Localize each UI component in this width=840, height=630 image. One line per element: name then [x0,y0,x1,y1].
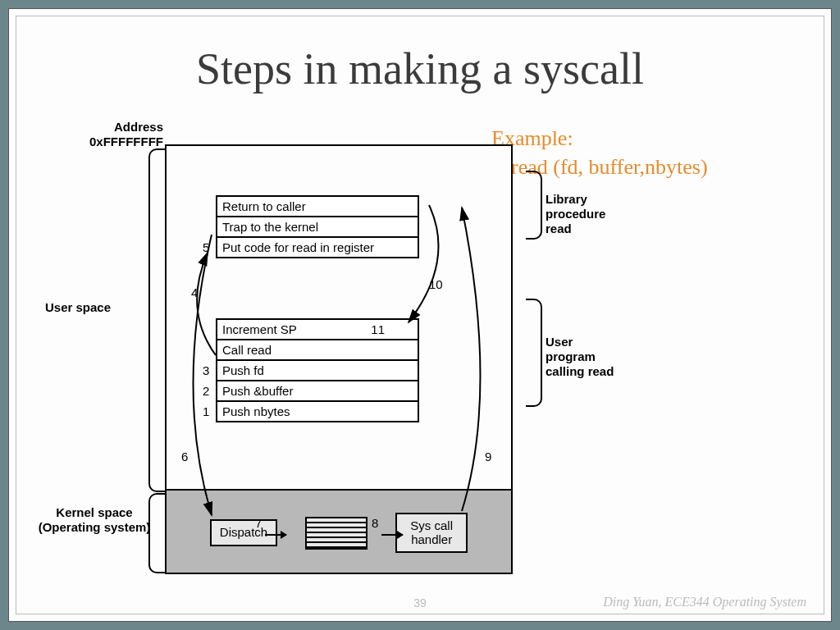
step-6: 6 [181,450,188,463]
step-11: 11 [371,322,385,336]
syscall-table-icon [305,517,368,550]
user-program-label: User program calling read [546,335,616,379]
lib-row-return: Return to caller [216,195,419,217]
kernel-space-label: Kernel space (Operating system) [29,505,160,535]
syscall-handler-box: Sys call handler [395,513,468,553]
user-row-push-fd: 3 Push fd [216,361,419,381]
brace-user-space [148,148,165,492]
lib-row-putcode: 5 Put code for read in register [216,238,419,258]
brace-kernel-space [148,493,165,573]
lib-row-trap: Trap to the kernel [216,217,419,238]
address-label: Address 0xFFFFFFFF [84,120,163,149]
user-row-push-buffer: 2 Push &buffer [216,381,419,402]
user-row-increment-sp: Increment SP 11 [216,318,419,340]
syscall-diagram: Address 0xFFFFFFFF User space Kernel spa… [25,120,616,579]
slide-title: Steps in making a syscall [9,43,831,94]
step-10: 10 [429,277,443,291]
user-block: Increment SP 11 Call read 3 Push fd 2 Pu… [216,318,419,422]
arrow-7-icon [265,534,286,536]
user-row-push-nbytes: 1 Push nbytes [216,402,419,422]
library-block: Return to caller Trap to the kernel 5 Pu… [216,195,419,258]
brace-library [526,171,542,240]
step-7: 7 [255,516,262,530]
step-3: 3 [203,363,209,377]
step-5: 5 [203,240,209,254]
arrow-8-icon [381,534,403,536]
step-9: 9 [485,450,491,463]
user-space-label: User space [45,300,111,315]
memory-box: Dispatch Sys call handler 7 8 Return to … [165,144,513,574]
brace-user-program [526,299,542,407]
step-8: 8 [372,516,378,530]
step-4: 4 [191,285,198,299]
step-2: 2 [203,384,209,398]
kernel-area: Dispatch Sys call handler 7 8 [167,489,511,573]
user-row-call-read: Call read [216,340,419,361]
footer-author: Ding Yuan, ECE344 Operating System [603,595,806,609]
step-1: 1 [203,404,209,418]
library-procedure-label: Library procedure read [546,192,616,236]
